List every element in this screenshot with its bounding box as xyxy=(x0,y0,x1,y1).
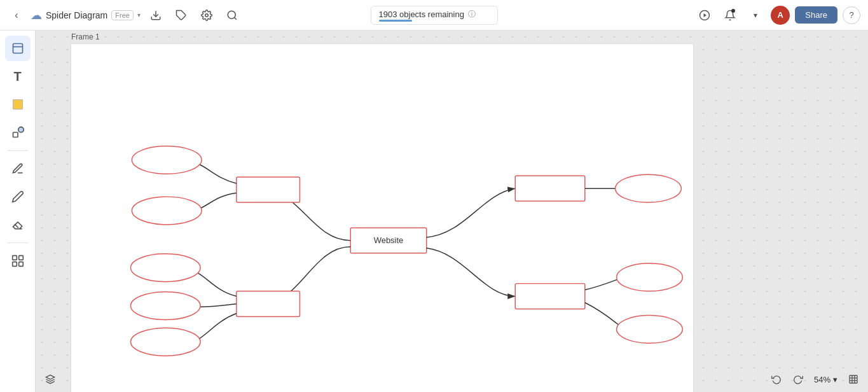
objects-remaining-text: 1903 objects remaining xyxy=(379,10,464,19)
fit-view-icon xyxy=(848,374,858,384)
search-icon xyxy=(226,10,238,21)
diagram-name: Spider Diagram xyxy=(46,10,107,20)
svg-rect-15 xyxy=(18,262,23,267)
svg-point-11 xyxy=(18,127,23,132)
sidebar-tool-pencil[interactable] xyxy=(5,184,31,209)
svg-rect-21 xyxy=(237,291,300,317)
objects-remaining-container: 1903 objects remaining ⓘ xyxy=(371,6,498,25)
back-icon: ‹ xyxy=(15,10,18,21)
fit-view-button[interactable] xyxy=(844,370,863,389)
text-icon: T xyxy=(13,69,21,84)
svg-point-28 xyxy=(617,263,683,291)
sidebar-tool-shapes[interactable] xyxy=(5,120,31,145)
pencil-icon xyxy=(11,190,24,203)
main-layout: T Frame 1 Websit xyxy=(0,31,868,392)
logo-area: ☁ Spider Diagram Free ▾ xyxy=(31,8,141,22)
svg-rect-27 xyxy=(515,284,585,309)
sidebar-tool-components[interactable] xyxy=(5,248,31,274)
tag-button[interactable] xyxy=(171,5,191,25)
bottom-bar: 54% ▾ xyxy=(36,367,868,392)
layers-icon xyxy=(45,374,55,384)
svg-rect-18 xyxy=(237,177,300,202)
sidebar-divider-2 xyxy=(8,242,28,243)
bell-wrapper xyxy=(720,5,740,25)
svg-rect-12 xyxy=(12,256,17,260)
objects-remaining-top: 1903 objects remaining ⓘ xyxy=(379,9,490,20)
diagram-dropdown-icon[interactable]: ▾ xyxy=(137,11,141,18)
toolbar-center: 1903 objects remaining ⓘ xyxy=(371,6,498,25)
eraser-icon xyxy=(11,218,24,231)
settings-button[interactable] xyxy=(196,5,217,25)
sidebar-tool-select[interactable] xyxy=(5,36,31,61)
svg-point-22 xyxy=(130,254,200,282)
undo-button[interactable] xyxy=(767,370,786,389)
layers-button[interactable] xyxy=(41,370,60,389)
play-icon xyxy=(699,10,710,21)
svg-marker-6 xyxy=(704,13,707,17)
undo-icon xyxy=(771,374,782,384)
svg-line-4 xyxy=(234,17,236,19)
svg-point-26 xyxy=(616,174,682,202)
avatar: A xyxy=(771,6,790,25)
select-icon xyxy=(11,42,24,55)
shapes-icon xyxy=(11,126,24,139)
svg-rect-14 xyxy=(12,262,17,267)
svg-rect-9 xyxy=(13,100,22,109)
search-button[interactable] xyxy=(222,5,242,25)
chevron-down-button[interactable]: ▾ xyxy=(745,5,766,25)
tag-icon xyxy=(176,10,187,21)
svg-point-29 xyxy=(617,315,683,343)
zoom-chevron-icon: ▾ xyxy=(833,375,837,384)
info-icon[interactable]: ⓘ xyxy=(468,9,476,20)
bottom-right: 54% ▾ xyxy=(767,370,863,389)
svg-rect-25 xyxy=(515,176,585,201)
pen-icon xyxy=(11,162,24,175)
bottom-left xyxy=(41,370,60,389)
svg-point-24 xyxy=(130,328,200,356)
svg-rect-13 xyxy=(18,256,23,260)
download-button[interactable] xyxy=(146,5,166,25)
svg-point-19 xyxy=(132,146,202,174)
svg-point-2 xyxy=(205,13,209,17)
components-icon xyxy=(11,255,24,267)
cloud-icon: ☁ xyxy=(31,8,42,22)
toolbar-right: ▾ A Share ? xyxy=(503,5,861,25)
redo-icon xyxy=(793,374,803,384)
progress-bar-container xyxy=(379,20,490,22)
toolbar-left: ‹ ☁ Spider Diagram Free ▾ xyxy=(8,5,366,25)
share-button[interactable]: Share xyxy=(795,6,837,24)
frame-label: Frame 1 xyxy=(71,32,100,41)
notification-dot xyxy=(731,9,735,13)
settings-icon xyxy=(201,10,212,21)
sidebar-tool-sticky[interactable] xyxy=(5,92,31,117)
svg-marker-31 xyxy=(46,375,54,379)
zoom-selector[interactable]: 54% ▾ xyxy=(810,374,841,386)
free-badge: Free xyxy=(111,10,134,20)
svg-point-3 xyxy=(228,11,235,18)
sidebar-tool-text[interactable]: T xyxy=(5,64,31,89)
frame-container: Frame 1 Website xyxy=(71,43,694,392)
zoom-label: 54% xyxy=(814,375,830,384)
help-button[interactable]: ? xyxy=(843,6,860,24)
download-icon xyxy=(150,10,162,21)
canvas-area[interactable]: Frame 1 Website xyxy=(36,31,868,392)
sticky-icon xyxy=(11,98,24,111)
back-button[interactable]: ‹ xyxy=(8,6,25,24)
sidebar-tool-pen[interactable] xyxy=(5,156,31,181)
svg-rect-10 xyxy=(13,132,18,137)
svg-rect-7 xyxy=(13,44,22,53)
spider-diagram: Website xyxy=(71,44,693,392)
bell-button[interactable] xyxy=(720,5,740,25)
progress-bar xyxy=(379,20,412,22)
svg-text:Website: Website xyxy=(374,235,404,245)
toolbar: ‹ ☁ Spider Diagram Free ▾ 1903 objects r… xyxy=(0,0,868,31)
play-button[interactable] xyxy=(694,5,715,25)
svg-rect-32 xyxy=(850,375,857,383)
sidebar-divider-1 xyxy=(8,150,28,151)
redo-button[interactable] xyxy=(789,370,808,389)
svg-point-23 xyxy=(130,292,200,320)
sidebar-tool-eraser[interactable] xyxy=(5,212,31,237)
left-sidebar: T xyxy=(0,31,36,392)
svg-point-20 xyxy=(132,197,202,225)
